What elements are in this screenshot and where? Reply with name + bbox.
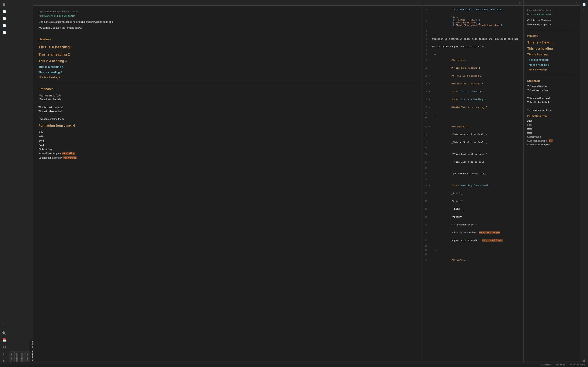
right-h3: This is heading [527,52,576,57]
file-icon-3[interactable]: 📄 [1,15,7,22]
right-combined: You can combine them [527,108,576,112]
link-index[interactable]: Index [50,15,56,17]
line-10: 10 ▾ ### Headers [422,56,523,64]
line-28: 28 [422,178,523,181]
search-icon[interactable]: 🔍 [1,330,7,336]
line-27: 27 _You **can** combine them_ [422,170,523,178]
calendar-icon[interactable]: 📅 [1,337,7,343]
line-22: 22 _This will also be italic_ [422,138,523,146]
link-start[interactable]: Start [44,15,49,17]
right-link-start[interactable]: Start [533,13,538,16]
line-20: 20 ▾ ### Emphasis [422,123,523,131]
right-links-line: links: Start, Index, Flash... [527,13,576,17]
right-link-index[interactable]: Index [539,13,545,16]
intro-p2: We currently support the formats below: [38,26,416,30]
line-34: 34 ~~~Strikethrough~~~ [422,221,523,229]
line-1: 1 tags: #cheatsheet #markdown #obsidian [422,6,523,13]
line-23: 23 [422,146,523,150]
line-15: 15 ▾ ##### This is a heading 5 [422,95,523,103]
line-2: 2 links: [[___START___IStart]], [[000 In… [422,13,523,29]
editor-panel: ⎘ 1 tags: #cheatsheet #markdown #obsidia… [422,0,524,367]
line-5: 5 Obsidian is a Markdown-based note-taki… [422,37,523,41]
graph-icon[interactable]: ⊞ [1,323,7,329]
line-13: 13 ▾ ### This is a heading 3 [422,80,523,88]
preview-content[interactable]: tags: #cheatsheet #markdown #obsidian li… [33,6,422,361]
superscript-text: Superscript^example^ [38,156,62,159]
line-39: 39 [422,252,523,256]
right-headers-title: Headers [527,33,576,38]
headers-section-title: Headers [38,37,416,42]
right-subscript: Subscript~example~ n... [527,139,576,143]
preview-panel: ⎘ tags: #cheatsheet #markdown #obsidian … [33,0,422,367]
right-activity-bar: 📄 ⟩ ⚙ [579,0,588,367]
subscript-line: Subscript~example~ not working [38,151,416,155]
backlinks-count: 3 backlinks [541,364,551,366]
right-preview[interactable]: tags: #cheatsheet #mar... links: Start, … [524,6,579,361]
sidebar-tab-5[interactable]: Cheatsheet of obsidian [30,339,33,366]
emphasis-title: Emphasis [38,86,416,92]
line-9: 9 --- [422,52,523,56]
line-30: 30 _Italic_ [422,189,523,197]
word-count: 864 words [556,364,565,366]
tag-icon[interactable]: 🏷 [1,344,7,350]
combined-preview: You can combine them [38,117,416,121]
line-24: 24 **This text will be bold** [422,150,523,158]
backlinks-icon[interactable]: ↩ [1,351,7,357]
right-link-flash[interactable]: Flash... [546,13,553,16]
italic2-preview: This will also be italic [38,98,416,101]
vimwiki-bold2: Bold [38,143,416,147]
file-icon-4[interactable]: 📄 [1,22,7,29]
line-31: 31 *Italic* [422,197,523,205]
status-bar: 3 backlinks 864 words 6,887 characters [9,362,588,367]
line-16: 16 ▾ ###### This is a heading 6 [422,103,523,111]
subscript-not-working: not working [62,152,75,155]
right-file-icon[interactable]: 📄 [581,1,587,8]
vimwiki-strikethrough: Strikethrough [38,147,416,151]
editor-split-icon[interactable]: ⎘ [518,1,522,5]
right-divider-2 [527,75,576,75]
tags-line: tags: #cheatsheet #markdown #obsidian [38,10,416,13]
h3-preview: This is a heading 3 [38,58,416,64]
line-12: 12 ▾ ## This is a heading 2 [422,72,523,80]
line-17: 17 [422,111,523,115]
editor-content[interactable]: 1 tags: #cheatsheet #markdown #obsidian … [422,6,523,361]
line-36: 36 Superscript^example^ ==not working== [422,236,523,244]
line-38: 38 --- [422,248,523,252]
right-h1: This is a headi... [527,40,576,45]
h6-preview: This is a heading 6 [38,75,416,79]
line-21: 21 *This text will be italic* [422,131,523,138]
line-37: 37 [422,244,523,248]
editor-toolbar: ⎘ [422,0,523,6]
left-sidebar: Cheatsheet Cheatsheet Cheatsheet Cheatsh… [9,0,33,367]
right-h2: This is a heading [527,46,576,51]
right-divider-1 [527,30,576,30]
right-strikethrough: Strikethrough [527,135,576,139]
right-bold2: This will also be bold [527,100,576,104]
right-panel-container: ⟩ tags: #cheatsheet #mar... links: Start… [524,0,579,367]
right-collapse-icon[interactable]: ⟩ [581,8,587,14]
line-3: 3 [422,29,523,33]
divider-1 [38,33,416,33]
tags-value: #cheatsheet #markdown #obsidian [44,10,79,13]
line-35: 35 Subscript~example~ ==not working== [422,229,523,236]
vimwiki-title: Formatting from vimwiki [38,123,416,128]
h5-preview: This is a heading 5 [38,70,416,75]
italic1-preview: This text will be italic [38,94,416,98]
subscript-text: Subscript~example~ [38,152,61,155]
file-icon-5[interactable]: 📄 [1,29,7,36]
split-icon[interactable]: ⎘ [416,1,421,5]
line-18: 18 --- [422,115,523,119]
right-subscript-nw: n... [549,139,553,142]
right-split-icon[interactable]: ⟩ [574,1,578,5]
vimwiki-bold1: Bold [38,139,416,143]
vimwiki-italic1: Italic [38,130,416,134]
line-32: 32 __Bold __ [422,205,523,213]
files-icon[interactable] [1,1,7,8]
right-superscript: Superscript^example^ [527,143,576,147]
link-flash[interactable]: Flash Cheatsheet [57,15,75,17]
right-h4: This is a heading [527,58,576,62]
file-icon-2[interactable]: 📄 [1,8,7,15]
activity-bar: 📄 📄 📄 📄 ⊞ 🔍 📅 🏷 ↩ ⚙ [0,0,9,367]
line-6: 6 [422,41,523,45]
right-vimwiki-title: Formatting from [527,114,576,118]
